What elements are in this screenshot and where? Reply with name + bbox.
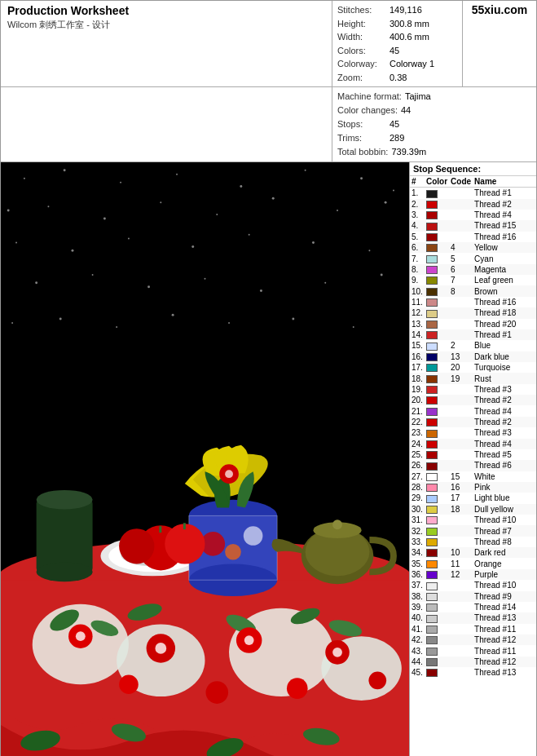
- svg-point-23: [368, 250, 370, 252]
- thread-code: [449, 460, 473, 471]
- thread-color-swatch: [426, 669, 438, 677]
- thread-code: [449, 417, 473, 427]
- table-row: 24.Thread #4: [410, 439, 536, 449]
- table-row: 4.Thread #15: [410, 220, 536, 231]
- thread-color-cell: [425, 405, 449, 416]
- col-header-num: #: [410, 176, 425, 188]
- svg-point-26: [147, 285, 150, 288]
- thread-code: [449, 220, 473, 231]
- table-row: 29.17Light blue: [410, 493, 536, 503]
- table-row: 38.Thread #9: [410, 591, 536, 602]
- page-subtitle: Wilcom 刺绣工作室 - 设计: [7, 19, 325, 31]
- thread-color-swatch: [426, 211, 438, 219]
- thread-color-swatch: [426, 353, 438, 361]
- thread-num: 43.: [410, 645, 425, 656]
- table-row: 19.Thread #3: [410, 384, 536, 395]
- thread-name: Thread #10: [473, 515, 536, 525]
- thread-name: Pink: [473, 482, 536, 493]
- color-changes-label: Color changes:: [337, 104, 398, 117]
- thread-name: Blue: [473, 340, 536, 351]
- thread-name: Thread #4: [473, 210, 536, 220]
- thread-name: Dull yellow: [473, 504, 536, 515]
- thread-name: Thread #3: [473, 427, 536, 438]
- svg-point-81: [119, 528, 154, 564]
- page: Production Worksheet Wilcom 刺绣工作室 - 设计 S…: [0, 0, 537, 756]
- svg-point-15: [337, 210, 338, 211]
- header-row2: Machine format: Tajima Color changes: 44…: [1, 87, 536, 162]
- thread-name: Thread #3: [473, 384, 536, 395]
- thread-table: # Color Code Name 1.Thread #12.Thread #2…: [410, 176, 536, 678]
- thread-name: Thread #5: [473, 449, 536, 460]
- thread-num: 3.: [410, 210, 425, 220]
- thread-color-swatch: [426, 408, 438, 416]
- thread-code: [449, 515, 473, 525]
- thread-code: [449, 645, 473, 656]
- thread-num: 13.: [410, 319, 425, 329]
- thread-num: 32.: [410, 525, 425, 536]
- thread-num: 19.: [410, 384, 425, 395]
- table-row: 28.16Pink: [410, 482, 536, 493]
- table-row: 42.Thread #12: [410, 634, 536, 645]
- svg-point-29: [324, 282, 326, 284]
- thread-num: 4.: [410, 220, 425, 231]
- table-row: 41.Thread #11: [410, 624, 536, 634]
- thread-code: 5: [449, 253, 473, 263]
- thread-color-cell: [425, 395, 449, 405]
- table-row: 23.Thread #3: [410, 427, 536, 438]
- thread-color-cell: [425, 199, 449, 210]
- thread-num: 24.: [410, 439, 425, 449]
- thread-code: 16: [449, 482, 473, 493]
- thread-color-swatch: [426, 484, 438, 492]
- thread-name: Thread #7: [473, 525, 536, 536]
- svg-point-30: [381, 274, 383, 276]
- svg-rect-66: [37, 500, 93, 573]
- svg-point-19: [128, 238, 130, 240]
- thread-num: 12.: [410, 307, 425, 318]
- thread-color-swatch: [426, 549, 438, 557]
- thread-color-cell: [425, 285, 449, 296]
- thread-name: Dark red: [473, 547, 536, 558]
- svg-point-8: [393, 190, 394, 192]
- thread-num: 5.: [410, 232, 425, 242]
- thread-code: [449, 384, 473, 395]
- thread-num: 45.: [410, 667, 425, 678]
- thread-code: 10: [449, 547, 473, 558]
- thread-color-swatch: [426, 331, 438, 339]
- thread-name: Thread #20: [473, 319, 536, 329]
- svg-point-25: [92, 274, 94, 276]
- svg-point-14: [272, 197, 275, 200]
- thread-name: Rust: [473, 373, 536, 383]
- thread-code: 19: [449, 373, 473, 383]
- thread-num: 25.: [410, 449, 425, 460]
- thread-code: [449, 525, 473, 536]
- svg-point-68: [37, 563, 93, 582]
- thread-num: 28.: [410, 482, 425, 493]
- thread-color-cell: [425, 362, 449, 373]
- thread-name: Thread #13: [473, 612, 536, 623]
- svg-point-61: [332, 648, 342, 657]
- thread-color-cell: [425, 220, 449, 231]
- thread-code: 17: [449, 493, 473, 503]
- thread-color-swatch: [426, 451, 438, 459]
- thread-name: Magenta: [473, 264, 536, 275]
- table-row: 43.Thread #11: [410, 645, 536, 656]
- thread-color-cell: [425, 482, 449, 493]
- colorway-value: Colorway 1: [390, 57, 434, 71]
- svg-point-21: [249, 234, 250, 236]
- thread-code: [449, 612, 473, 623]
- thread-num: 10.: [410, 285, 425, 296]
- svg-point-32: [59, 318, 62, 321]
- thread-color-swatch: [426, 375, 438, 383]
- thread-color-cell: [425, 657, 449, 667]
- thread-color-cell: [425, 612, 449, 623]
- thread-name: Thread #8: [473, 537, 536, 547]
- thread-name: Turquoise: [473, 362, 536, 373]
- thread-panel: Stop Sequence: # Color Code Name 1.Threa…: [410, 162, 536, 756]
- table-row: 40.Thread #13: [410, 612, 536, 623]
- thread-num: 8.: [410, 264, 425, 275]
- thread-color-cell: [425, 242, 449, 253]
- thread-name: Purple: [473, 569, 536, 580]
- svg-point-33: [116, 326, 117, 328]
- svg-point-2: [64, 170, 66, 172]
- thread-color-cell: [425, 253, 449, 263]
